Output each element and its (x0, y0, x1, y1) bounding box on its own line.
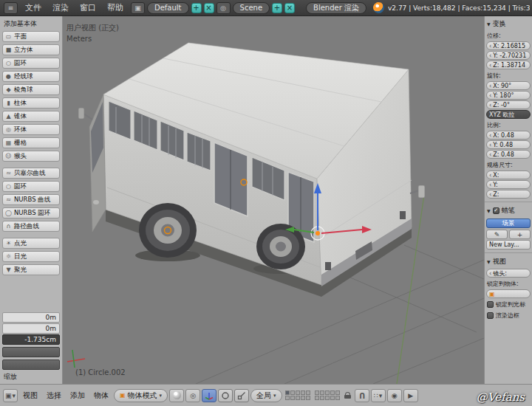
screen-layout-icon[interactable]: ▣ (131, 2, 145, 14)
add-point-lamp-button[interactable]: ☀点光 (2, 238, 60, 249)
viewport-canvas[interactable] (63, 16, 484, 384)
render-border-checkbox[interactable]: ✓ (487, 312, 494, 319)
redo-value-field-2[interactable]: 0m (2, 323, 60, 334)
menu-add[interactable]: 添加 (66, 390, 89, 401)
scene-add-button[interactable]: + (272, 3, 282, 13)
layers-widget-group-2[interactable] (315, 390, 340, 400)
menu-window[interactable]: 窗口 (75, 2, 101, 13)
dimensions-x-field[interactable]: ‹X: (486, 171, 531, 179)
render-border-row[interactable]: ✓ 渲染边框 (485, 310, 532, 321)
redo-value-field-3[interactable]: -1.735cm (2, 334, 60, 345)
decrement-icon[interactable]: ‹ (489, 92, 491, 99)
add-nurbs-circle-button[interactable]: ◯NURBS 圆环 (2, 207, 60, 219)
transform-panel-header[interactable]: ▼ 变换 (485, 17, 532, 30)
decrement-icon[interactable]: ‹ (489, 172, 491, 179)
add-nurbs-curve-button[interactable]: ≈NURBS 曲线 (2, 194, 60, 205)
redo-option-button-1[interactable] (2, 347, 60, 357)
viewport-3d[interactable]: 用户视图 (正交) Meters (1) Circle.002 (63, 16, 484, 384)
grease-pencil-checkbox[interactable]: ✓ (493, 207, 499, 214)
add-path-button[interactable]: ∩路径曲线 (2, 221, 60, 232)
grease-pencil-panel-header[interactable]: ▼ ✓ 蜡笔 (485, 204, 532, 217)
gpencil-add-layer-icon-button[interactable]: + (509, 230, 531, 239)
decrement-icon[interactable]: ‹ (489, 191, 491, 198)
new-layer-button[interactable]: New Lay... (486, 240, 531, 250)
rotation-y-field[interactable]: ‹Y: 180° (486, 91, 531, 100)
decrement-icon[interactable]: ‹ (489, 43, 491, 49)
mode-dropdown[interactable]: ▣ 物体模式 ▾ (114, 389, 168, 402)
rotation-mode-dropdown[interactable]: XYZ 欧拉 (486, 110, 531, 119)
add-cone-button[interactable]: ▲锥体 (2, 111, 60, 122)
add-grid-button[interactable]: ▦栅格 (2, 137, 60, 148)
viewport-shading-dropdown[interactable] (169, 389, 184, 402)
location-y-field[interactable]: ‹Y: -2.70231 (486, 51, 531, 60)
scene-icon[interactable]: ◎ (216, 2, 231, 14)
layers-widget-group-1[interactable] (285, 390, 310, 400)
lock-scene-button[interactable] (343, 392, 353, 399)
decrement-icon[interactable]: ‹ (489, 142, 491, 148)
add-uvsphere-button[interactable]: ●经线球 (2, 71, 60, 82)
decrement-icon[interactable]: ‹ (489, 83, 491, 89)
lock-cursor-checkbox[interactable]: ✓ (487, 301, 494, 308)
decrement-icon[interactable]: ‹ (489, 132, 491, 139)
add-sun-lamp-button[interactable]: ☼日光 (2, 251, 60, 262)
add-bezier-button[interactable]: ≈贝塞尔曲线 (2, 168, 60, 179)
menu-select[interactable]: 选择 (43, 390, 65, 401)
add-cylinder-button[interactable]: ▮柱体 (2, 97, 60, 109)
gpencil-draw-button[interactable]: ✎ (486, 230, 508, 239)
pivot-point-dropdown[interactable]: ◎ (185, 389, 200, 402)
add-spot-lamp-button[interactable]: ▼聚光 (2, 264, 60, 275)
editor-type-selector[interactable]: ▣ ▾ (3, 389, 18, 402)
render-opengl-button[interactable]: ◉ (387, 389, 402, 402)
scene-close-button[interactable]: × (284, 3, 295, 13)
location-z-field[interactable]: ‹Z: 1.38714 (486, 61, 531, 69)
decrement-icon[interactable]: ‹ (489, 151, 491, 158)
add-plane-button[interactable]: ▭平面 (2, 31, 60, 42)
view-panel-header[interactable]: ▼ 视图 (485, 255, 532, 268)
menu-help[interactable]: 帮助 (102, 2, 129, 13)
render-engine-selector[interactable]: Blender 渲染 (306, 2, 366, 14)
decrement-icon[interactable]: ‹ (489, 182, 491, 188)
redo-option-button-2[interactable] (2, 359, 60, 370)
decrement-icon[interactable]: ‹ (489, 102, 491, 109)
lock-to-cursor-row[interactable]: ✓ 锁定到光标 (485, 299, 532, 310)
menu-render[interactable]: 渲染 (47, 2, 74, 13)
transform-orientation-dropdown[interactable]: 全局 ▾ (250, 389, 282, 402)
bus-model[interactable] (78, 43, 425, 297)
dimensions-y-field[interactable]: ‹Y: (486, 180, 531, 189)
dimensions-z-field[interactable]: ‹Z: (486, 190, 531, 199)
add-curve-circle-button[interactable]: ○圆环 (2, 181, 60, 192)
menu-view[interactable]: 视图 (19, 390, 41, 401)
manipulator-rotate-button[interactable] (218, 389, 233, 402)
location-x-field[interactable]: ‹X: 2.16815 (486, 41, 531, 50)
decrement-icon[interactable]: ‹ (489, 270, 491, 277)
add-torus-button[interactable]: ◎环体 (2, 124, 60, 135)
field-value: Z: 0.48 (493, 151, 514, 158)
redo-value-field-1[interactable]: 0m (2, 312, 60, 323)
add-icosphere-button[interactable]: ◆棱角球 (2, 84, 60, 95)
rotation-z-field[interactable]: ‹Z: -0° (486, 100, 531, 109)
manipulator-translate-button[interactable] (202, 389, 216, 402)
add-cube-button[interactable]: ■立方体 (2, 44, 60, 55)
menu-object[interactable]: 物体 (90, 390, 112, 401)
gpencil-scene-source-button[interactable]: 场景 (486, 219, 531, 228)
render-opengl-anim-button[interactable]: ▶ (403, 389, 418, 402)
snap-element-dropdown[interactable]: ∷ ▾ (371, 389, 386, 402)
decrement-icon[interactable]: ‹ (489, 52, 491, 59)
lock-object-selector[interactable]: ▣ (486, 289, 531, 298)
rotation-x-field[interactable]: ‹X: 90° (486, 81, 531, 90)
scale-x-field[interactable]: ‹X: 0.48 (486, 131, 531, 140)
snap-toggle-button[interactable]: U (355, 389, 369, 402)
scale-z-field[interactable]: ‹Z: 0.48 (486, 150, 531, 159)
lens-field[interactable]: ‹镜头: (486, 269, 531, 278)
manipulator-scale-button[interactable] (234, 389, 249, 402)
scene-selector[interactable]: Scene (233, 2, 270, 14)
screen-layout-selector[interactable]: Default (147, 2, 189, 14)
layout-add-button[interactable]: + (191, 3, 202, 13)
add-circle-button[interactable]: ○圆环 (2, 58, 60, 69)
menu-file[interactable]: 文件 (20, 2, 47, 13)
add-monkey-button[interactable]: ☺猴头 (2, 151, 60, 162)
layout-close-button[interactable]: × (204, 3, 214, 13)
decrement-icon[interactable]: ‹ (489, 62, 491, 69)
scale-y-field[interactable]: ‹Y: 0.48 (486, 140, 531, 149)
info-editor-icon[interactable]: ≡ (4, 2, 18, 14)
